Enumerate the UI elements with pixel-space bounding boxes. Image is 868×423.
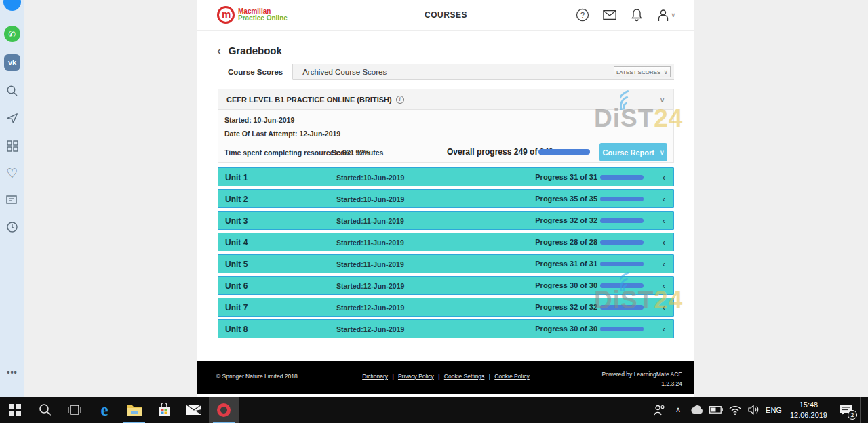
wifi-icon[interactable] — [728, 401, 743, 420]
taskbar-time: 15:48 — [790, 400, 827, 410]
info-icon[interactable]: i — [396, 96, 404, 104]
unit-row[interactable]: Unit 1 Started:10-Jun-2019 Progress 31 o… — [218, 167, 674, 186]
onedrive-cloud-icon[interactable] — [690, 401, 705, 420]
taskbar-date: 12.06.2019 — [790, 410, 827, 420]
sidebar-more-icon[interactable]: ••• — [0, 368, 24, 378]
volume-icon[interactable] — [747, 401, 762, 420]
unit-progress-label: Progress 30 of 30 — [535, 325, 597, 333]
news-feed-icon[interactable] — [5, 193, 20, 207]
unit-row[interactable]: Unit 6 Started:12-Jun-2019 Progress 30 o… — [218, 276, 674, 295]
unit-row[interactable]: Unit 8 Started:12-Jun-2019 Progress 30 o… — [218, 319, 674, 338]
chevron-expand-icon[interactable]: ‹ — [663, 172, 665, 182]
unit-started-date: Started:12-Jun-2019 — [336, 325, 404, 334]
history-clock-icon[interactable] — [5, 220, 20, 235]
unit-progress-label: Progress 28 of 28 — [535, 238, 597, 246]
footer-link[interactable]: Cookie Policy — [494, 373, 530, 380]
unit-row[interactable]: Unit 3 Started:11-Jun-2019 Progress 32 o… — [218, 211, 674, 230]
course-panel: CEFR LEVEL B1 PRACTICE ONLINE (BRITISH) … — [218, 89, 674, 163]
course-report-button[interactable]: Course Report ∨ — [599, 143, 667, 161]
bookmarks-heart-icon[interactable]: ♡ — [5, 165, 20, 180]
speed-dial-icon[interactable] — [5, 138, 20, 153]
help-icon[interactable]: ? — [576, 8, 589, 22]
people-icon[interactable] — [652, 401, 667, 420]
opera-icon[interactable] — [209, 397, 239, 423]
search-icon[interactable] — [5, 83, 20, 98]
file-explorer-icon[interactable] — [119, 397, 149, 423]
chevron-expand-icon[interactable]: ‹ — [663, 237, 665, 247]
footer-link[interactable]: Cookie Settings — [444, 373, 485, 380]
chevron-down-icon[interactable]: ∨ — [659, 95, 665, 104]
screen: ✆ vk ♡ ••• Macmillan Practice On — [0, 0, 868, 423]
sidebar-divider — [7, 77, 18, 77]
unit-progress-bar — [600, 305, 644, 310]
latest-scores-label: LATEST SCORES — [616, 69, 661, 75]
course-report-label: Course Report — [603, 148, 654, 157]
unit-progress-label: Progress 30 of 30 — [535, 281, 597, 289]
footer-link[interactable]: Privacy Policy — [398, 373, 434, 380]
mail-icon[interactable] — [603, 8, 616, 22]
unit-row[interactable]: Unit 4 Started:11-Jun-2019 Progress 28 o… — [218, 233, 674, 251]
battery-icon[interactable] — [709, 401, 724, 420]
unit-progress-bar — [600, 283, 644, 288]
chevron-expand-icon[interactable]: ‹ — [663, 324, 665, 334]
nav-courses[interactable]: COURSES — [425, 10, 467, 20]
footer-link[interactable]: Dictionary — [362, 373, 388, 380]
unit-started-date: Started:10-Jun-2019 — [336, 195, 404, 203]
language-indicator[interactable]: ENG — [766, 406, 782, 414]
show-desktop-button[interactable] — [860, 397, 864, 423]
unit-row[interactable]: Unit 2 Started:10-Jun-2019 Progress 35 o… — [218, 189, 674, 208]
course-last-attempt: Date Of Last Attempt: 12-Jun-2019 — [224, 129, 667, 138]
unit-progress-label: Progress 31 of 31 — [535, 260, 597, 268]
taskbar-clock[interactable]: 15:48 12.06.2019 — [786, 400, 831, 420]
store-icon[interactable] — [149, 397, 179, 423]
course-score: Score: 92% — [332, 148, 370, 157]
unit-name: Unit 2 — [225, 195, 248, 204]
unit-progress-bar — [600, 175, 644, 180]
task-view-icon[interactable] — [60, 397, 90, 423]
chevron-expand-icon[interactable]: ‹ — [663, 302, 665, 313]
unit-row[interactable]: Unit 7 Started:12-Jun-2019 Progress 32 o… — [218, 298, 674, 317]
svg-text:?: ? — [580, 11, 585, 19]
chevron-expand-icon[interactable]: ‹ — [663, 216, 665, 226]
unit-progress-label: Progress 35 of 35 — [535, 195, 597, 203]
taskbar-search-icon[interactable] — [30, 397, 60, 423]
tab-archived-course-scores[interactable]: Archived Course Scores — [293, 64, 396, 80]
unit-progress-bar — [600, 197, 644, 201]
course-panel-header[interactable]: CEFR LEVEL B1 PRACTICE ONLINE (BRITISH) … — [218, 89, 673, 110]
chevron-expand-icon[interactable]: ‹ — [663, 259, 665, 269]
account-menu[interactable]: ∨ — [657, 9, 675, 22]
start-button[interactable] — [0, 397, 30, 423]
unit-progress-label: Progress 31 of 31 — [535, 173, 597, 181]
latest-scores-dropdown[interactable]: LATEST SCORES ∨ — [614, 66, 671, 77]
unit-progress-bar — [600, 262, 644, 266]
unit-started-date: Started:11-Jun-2019 — [336, 217, 404, 225]
unit-progress-bar — [600, 218, 644, 223]
unit-started-date: Started:11-Jun-2019 — [336, 260, 404, 268]
notifications-bell-icon[interactable] — [630, 8, 644, 22]
send-icon[interactable] — [5, 110, 20, 125]
overall-progress-label: Overall progress 249 of 249 — [447, 147, 553, 157]
back-icon[interactable]: ‹ — [217, 43, 222, 57]
action-center-icon[interactable]: 2 — [835, 401, 856, 420]
sidebar-divider — [7, 132, 18, 132]
tab-course-scores[interactable]: Course Scores — [218, 64, 293, 80]
chevron-expand-icon[interactable]: ‹ — [663, 194, 665, 204]
unit-name: Unit 8 — [225, 325, 248, 334]
unit-name: Unit 4 — [225, 238, 248, 247]
vk-icon[interactable]: vk — [4, 54, 20, 70]
unit-row[interactable]: Unit 5 Started:11-Jun-2019 Progress 31 o… — [218, 254, 674, 273]
page-content: Macmillan Practice Online COURSES ? ∨ — [197, 0, 694, 397]
messenger-icon[interactable] — [3, 0, 21, 11]
mail-app-icon[interactable] — [179, 397, 209, 423]
tray-expand-icon[interactable]: ∧ — [671, 401, 686, 420]
unit-progress-label: Progress 32 of 32 — [535, 216, 597, 224]
edge-icon[interactable]: e — [90, 397, 119, 423]
account-icon — [657, 9, 669, 22]
unit-started-date: Started:10-Jun-2019 — [336, 174, 404, 182]
course-title: CEFR LEVEL B1 PRACTICE ONLINE (BRITISH) — [226, 96, 392, 104]
macmillan-logo[interactable]: Macmillan Practice Online — [217, 6, 288, 24]
whatsapp-icon[interactable]: ✆ — [4, 26, 20, 42]
chevron-expand-icon[interactable]: ‹ — [663, 281, 665, 291]
unit-name: Unit 5 — [225, 260, 248, 269]
unit-name: Unit 6 — [225, 281, 248, 291]
